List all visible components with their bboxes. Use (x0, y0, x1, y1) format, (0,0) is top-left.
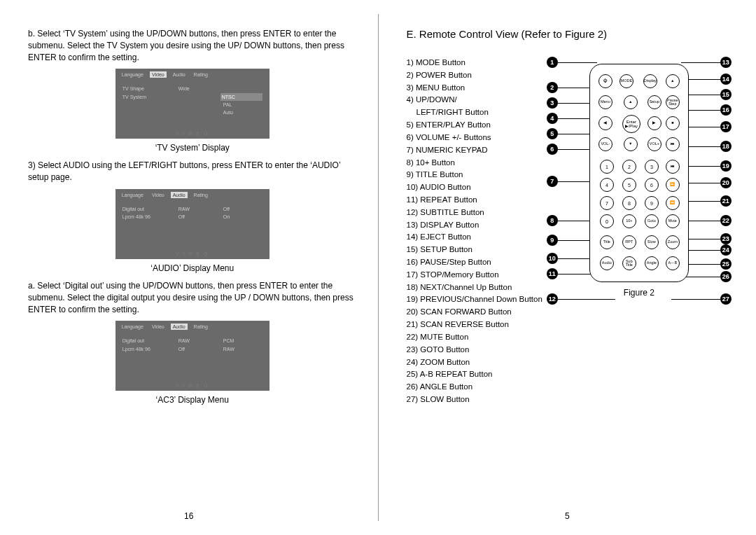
slow-button: Slow (645, 235, 659, 249)
list-item: 18) NEXT/Channel Up Button (407, 282, 542, 294)
callout-26: 26 (720, 271, 732, 282)
section-title: E. Remote Control View (Refer to Figure … (407, 28, 736, 40)
num-9: 9 (645, 196, 659, 210)
ab-repeat-button: A↔B (666, 256, 680, 270)
audio-button: Audio (600, 256, 614, 270)
callout-2: 2 (547, 82, 558, 93)
num-0: 0 (600, 214, 614, 228)
list-item: 16) PAUSE/Step Button (407, 256, 542, 269)
left-page: b. Select ‘TV System’ using the UP/DOWN … (0, 0, 378, 535)
step-a: a. Select ‘Digital out’ using the UP/DOW… (28, 280, 357, 315)
remote-outline: ⏻ MODE Display ▲ Menu ▲ Setup Pause Step… (589, 64, 689, 282)
num-5: 5 (622, 178, 636, 192)
list-item: 21) SCAN REVERSE Button (407, 319, 542, 331)
enter-play-button: Enter ▶/Play (622, 115, 640, 133)
list-item: 17) STOP/Memory Button (407, 269, 542, 282)
left-icon: ◀ (598, 116, 612, 130)
callout-7: 7 (547, 176, 558, 187)
callout-4: 4 (547, 113, 558, 124)
mute-button: Mute (666, 214, 680, 228)
callout-10: 10 (547, 253, 558, 264)
list-item: 9) TITLE Button (407, 169, 542, 181)
callout-21: 21 (720, 195, 732, 207)
ten-plus-button: 10+ (622, 214, 636, 228)
callout-8: 8 (547, 215, 558, 226)
list-item: 10) AUDIO Button (407, 181, 542, 194)
callout-16: 16 (720, 104, 732, 116)
num-3: 3 (645, 160, 659, 174)
list-item: 20) SCAN FORWARD Button (407, 306, 542, 319)
right-icon: ▶ (648, 116, 662, 130)
callout-12: 12 (547, 293, 558, 305)
ffwd-icon: ⏩ (666, 178, 680, 192)
goto-button: Goto (645, 214, 659, 228)
list-item: 26) ANGLE Button (407, 381, 542, 394)
power-icon: ⏻ (598, 74, 612, 88)
callout-5: 5 (547, 128, 558, 139)
callout-22: 22 (720, 215, 732, 226)
list-item: 4) UP/DOWN/ (407, 94, 542, 106)
num-2: 2 (622, 160, 636, 174)
list-item: 27) SLOW Button (407, 394, 542, 406)
callout-15: 15 (720, 89, 732, 100)
list-item: 5) ENTER/PLAY Button (407, 119, 542, 132)
down-icon: ▼ (624, 137, 638, 151)
list-item: 22) MUTE Button (407, 331, 542, 344)
callout-3: 3 (547, 97, 558, 109)
callout-24: 24 (720, 244, 732, 256)
prev-icon: ⏮ (666, 160, 680, 174)
vol-up-button: VOL+ (648, 137, 662, 151)
list-item: 14) EJECT Button (407, 231, 542, 244)
page-number-right: 5 (379, 511, 757, 521)
step-b: b. Select ‘TV System’ using the UP/DOWN … (28, 28, 357, 63)
callout-18: 18 (720, 141, 732, 152)
callout-20: 20 (720, 177, 732, 188)
list-item: 13) DISPLAY Button (407, 219, 542, 232)
figure-caption: Figure 2 (548, 288, 730, 298)
right-page: E. Remote Control View (Refer to Figure … (379, 0, 757, 535)
list-item: 11) REPEAT Button (407, 194, 542, 207)
subtitle-button: Sub Title (622, 256, 636, 270)
callout-25: 25 (720, 258, 732, 270)
list-item: 25) A-B REPEAT Button (407, 368, 542, 381)
rew-icon: ⏪ (666, 196, 680, 210)
eject-icon: ▲ (666, 74, 680, 88)
next-icon: ⏭ (666, 137, 680, 151)
list-item: 2) POWER Button (407, 69, 542, 82)
list-item: 8) 10+ Button (407, 157, 542, 169)
caption-ac3: ‘AC3’ Display Menu (28, 395, 357, 405)
display-button: Display (643, 74, 657, 88)
ac3-menu: Language Video Audio Rating Digital outR… (115, 321, 270, 391)
num-8: 8 (622, 196, 636, 210)
page-number-left: 16 (0, 511, 378, 521)
pause-step-button: Pause Step (666, 95, 680, 109)
caption-audio: ‘AUDIO’ Display Menu (28, 263, 357, 273)
num-4: 4 (600, 178, 614, 192)
repeat-button: RPT (622, 235, 636, 249)
callout-13: 13 (720, 57, 732, 68)
list-item: 7) NUMERIC KEYPAD (407, 144, 542, 157)
list-item: 12) SUBTITLE Button (407, 207, 542, 219)
caption-tv-system: ‘TV System’ Display (28, 143, 357, 153)
zoom-button: Zoom (666, 235, 680, 249)
list-item: 1) MODE Button (407, 57, 542, 69)
audio-menu: Language Video Audio Rating Digital outR… (115, 189, 270, 259)
callout-27: 27 (720, 293, 732, 305)
vol-down-button: VOL- (598, 137, 612, 151)
mode-button: MODE (620, 74, 634, 88)
callout-14: 14 (720, 74, 732, 85)
up-icon: ▲ (624, 95, 638, 109)
list-item: 23) GOTO Button (407, 344, 542, 356)
menu-button: Menu (598, 95, 612, 109)
callout-11: 11 (547, 268, 558, 279)
list-item: 19) PREVIOUS/Channel Down Button (407, 293, 542, 306)
callout-6: 6 (547, 144, 558, 155)
callout-17: 17 (720, 121, 732, 132)
callout-1: 1 (547, 57, 558, 68)
stop-icon: ■ (666, 116, 680, 130)
tv-system-menu: Language Video Audio Rating TV ShapeWide… (115, 69, 270, 139)
callout-19: 19 (720, 160, 732, 172)
title-button: Title (600, 235, 614, 249)
list-item: 3) MENU Button (407, 82, 542, 95)
list-item: 24) ZOOM Button (407, 356, 542, 369)
